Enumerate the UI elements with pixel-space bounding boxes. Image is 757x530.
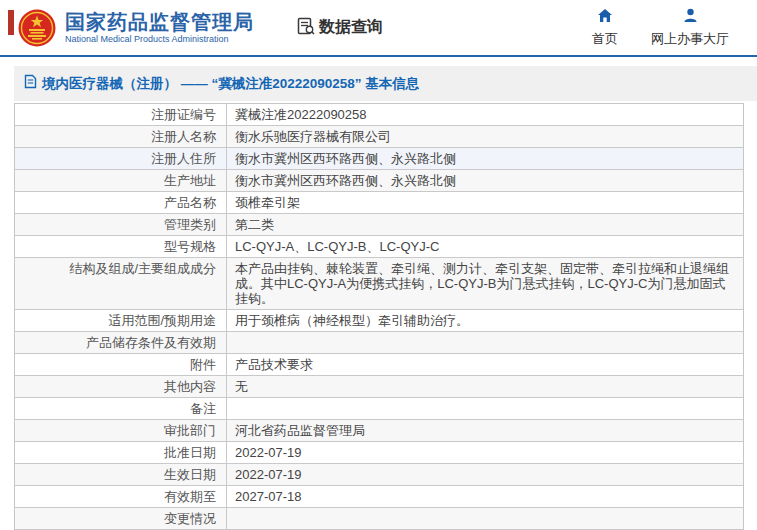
agency-subtitle: National Medical Products Administration: [65, 35, 254, 45]
home-icon: [597, 8, 613, 27]
red-ribbon-decoration: [8, 10, 14, 35]
data-query-label: 数据查询: [319, 17, 383, 38]
breadcrumb-title: 境内医疗器械（注册） —— “冀械注准20222090258” 基本信息: [42, 75, 419, 93]
row-value: 2022-07-19: [227, 442, 743, 463]
site-header: 国家药品监督管理局 National Medical Products Admi…: [0, 0, 757, 57]
agency-title: 国家药品监督管理局: [65, 11, 254, 33]
row-label: 管理类别: [15, 214, 227, 235]
row-value: 产品技术要求: [227, 354, 743, 375]
row-label: 批准日期: [15, 442, 227, 463]
row-value: 2022-07-19: [227, 464, 743, 485]
table-row: 生产地址衡水市冀州区西环路西侧、永兴路北侧: [15, 170, 743, 192]
row-label: 其他内容: [15, 376, 227, 397]
document-search-icon: [296, 16, 316, 40]
row-label: 注册人名称: [15, 126, 227, 147]
row-value: [227, 508, 743, 529]
row-value: 冀械注准20222090258: [227, 104, 743, 125]
national-emblem-icon: [18, 9, 56, 47]
row-value: 无: [227, 376, 743, 397]
table-row: 批准日期2022-07-19: [15, 442, 743, 464]
table-row: 结构及组成/主要组成成分本产品由挂钩、棘轮装置、牵引绳、测力计、牵引支架、固定带…: [15, 258, 743, 310]
table-row: 有效期至2027-07-18: [15, 486, 743, 508]
document-icon: [24, 74, 37, 93]
table-row: 备注: [15, 398, 743, 420]
row-value: 河北省药品监督管理局: [227, 420, 743, 441]
row-label: 产品名称: [15, 192, 227, 213]
table-row: 适用范围/预期用途用于颈椎病（神经根型）牵引辅助治疗。: [15, 310, 743, 332]
table-row: 生效日期2022-07-19: [15, 464, 743, 486]
row-label: 生产地址: [15, 170, 227, 191]
table-row: 注册人住所衡水市冀州区西环路西侧、永兴路北侧: [15, 148, 743, 170]
row-value: [227, 332, 743, 353]
header-nav: 首页 网上办事大厅: [585, 8, 729, 48]
nav-home[interactable]: 首页: [585, 8, 625, 48]
nav-data-query[interactable]: 数据查询: [296, 16, 383, 40]
row-value: 衡水市冀州区西环路西侧、永兴路北侧: [227, 148, 743, 169]
row-value: LC-QYJ-A、LC-QYJ-B、LC-QYJ-C: [227, 236, 743, 257]
row-label: 结构及组成/主要组成成分: [15, 258, 227, 309]
table-row: 变更情况: [15, 508, 743, 530]
row-label: 型号规格: [15, 236, 227, 257]
row-value: 本产品由挂钩、棘轮装置、牵引绳、测力计、牵引支架、固定带、牵引拉绳和止退绳组成。…: [227, 258, 743, 309]
table-row: 附件产品技术要求: [15, 354, 743, 376]
row-label: 注册人住所: [15, 148, 227, 169]
table-row: 其他内容无: [15, 376, 743, 398]
table-row: 产品名称颈椎牵引架: [15, 192, 743, 214]
row-label: 附件: [15, 354, 227, 375]
table-row: 审批部门河北省药品监督管理局: [15, 420, 743, 442]
row-value: [227, 398, 743, 419]
table-row: 管理类别第二类: [15, 214, 743, 236]
person-icon: [683, 8, 698, 27]
service-hall-label: 网上办事大厅: [651, 30, 729, 48]
breadcrumb: 境内医疗器械（注册） —— “冀械注准20222090258” 基本信息: [14, 66, 757, 101]
row-value: 颈椎牵引架: [227, 192, 743, 213]
row-value: 衡水市冀州区西环路西侧、永兴路北侧: [227, 170, 743, 191]
row-value: 2027-07-18: [227, 486, 743, 507]
home-label: 首页: [592, 30, 618, 48]
row-value: 衡水乐驰医疗器械有限公司: [227, 126, 743, 147]
table-row: 注册人名称衡水乐驰医疗器械有限公司: [15, 126, 743, 148]
table-row: 注册证编号冀械注准20222090258: [15, 104, 743, 126]
row-label: 有效期至: [15, 486, 227, 507]
row-label: 备注: [15, 398, 227, 419]
row-label: 产品储存条件及有效期: [15, 332, 227, 353]
row-label: 适用范围/预期用途: [15, 310, 227, 331]
table-row: 产品储存条件及有效期: [15, 332, 743, 354]
row-value: 第二类: [227, 214, 743, 235]
agency-title-block: 国家药品监督管理局 National Medical Products Admi…: [65, 11, 254, 45]
info-table: 注册证编号冀械注准20222090258注册人名称衡水乐驰医疗器械有限公司注册人…: [14, 103, 744, 530]
row-label: 审批部门: [15, 420, 227, 441]
row-value: 用于颈椎病（神经根型）牵引辅助治疗。: [227, 310, 743, 331]
row-label: 变更情况: [15, 508, 227, 529]
table-row: 型号规格LC-QYJ-A、LC-QYJ-B、LC-QYJ-C: [15, 236, 743, 258]
nav-service-hall[interactable]: 网上办事大厅: [651, 8, 729, 48]
row-label: 注册证编号: [15, 104, 227, 125]
row-label: 生效日期: [15, 464, 227, 485]
